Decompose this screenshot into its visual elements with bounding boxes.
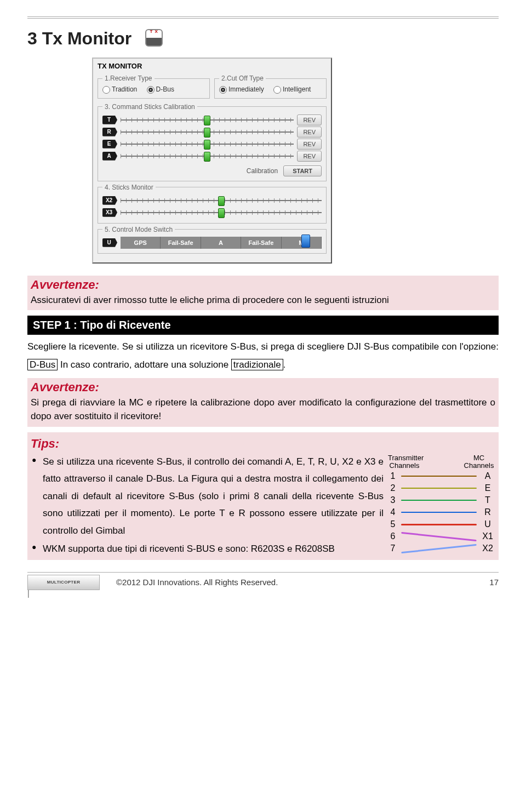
panel-title: TX MONITOR: [98, 62, 327, 70]
mode-switch-row: U GPS Fail-Safe A Fail-Safe M: [102, 237, 322, 249]
tx-monitor-panel: TX MONITOR 1.Receiver Type Tradition D-B…: [92, 58, 332, 264]
page-number: 17: [489, 577, 499, 587]
slider-x3: X3: [102, 207, 322, 219]
chip-e: E: [102, 140, 117, 148]
tips-title: Tips:: [31, 437, 495, 451]
chip-r: R: [102, 128, 117, 136]
channel-diagram: TransmitterChannels MCChannels 1234567AE…: [388, 453, 495, 554]
rev-button-a[interactable]: REV: [297, 151, 322, 162]
slider-r: R REV: [102, 126, 322, 138]
slider-track[interactable]: [121, 116, 294, 124]
cutoff-type-legend: 2.Cut Off Type: [219, 75, 266, 82]
list-item: WKM supporta due tipi di riceventi S-BUS…: [31, 540, 384, 557]
mode-track[interactable]: GPS Fail-Safe A Fail-Safe M: [121, 237, 322, 249]
sticks-monitor-group: 4. Sticks Monitor X2 X3: [98, 184, 327, 224]
chip-t: T: [102, 116, 117, 124]
boxed-dbus: D-Bus: [27, 359, 58, 370]
step-bar: STEP 1 : Tipo di Ricevente: [27, 316, 499, 335]
page-title: 3 Tx Monitor: [27, 28, 499, 49]
rev-button-e[interactable]: REV: [297, 139, 322, 150]
warning-body-2: Si prega di riavviare la MC e ripetere l…: [31, 396, 495, 424]
diagram-head-left: TransmitterChannels: [388, 454, 421, 470]
list-item: Se si utilizza una ricevente S-Bus, il c…: [31, 453, 384, 539]
mode-a: A: [201, 237, 241, 249]
boxed-tradizionale: tradizionale: [231, 359, 283, 370]
sticks-monitor-legend: 4. Sticks Monitor: [102, 184, 156, 191]
tips-box: Tips: Se si utilizza una ricevente S-Bus…: [27, 432, 499, 560]
page-footer: MULTICOPTER ©2012 DJI Innovations. All R…: [27, 572, 499, 590]
warning-box-2: Avvertenze: Si prega di riavviare la MC …: [27, 378, 499, 427]
heading-text: 3 Tx Monitor: [27, 28, 132, 48]
receiver-dbus-radio[interactable]: D-Bus: [147, 85, 174, 93]
cutoff-type-group: 2.Cut Off Type Immediately Intelligent: [214, 75, 327, 99]
mode-gps: GPS: [121, 237, 161, 249]
warning-title-2: Avvertenze:: [31, 380, 495, 394]
tx-monitor-icon: [145, 29, 163, 47]
cutoff-immediately-radio[interactable]: Immediately: [219, 85, 264, 93]
copyright: ©2012 DJI Innovations. All Rights Reserv…: [116, 577, 278, 587]
receiver-type-legend: 1.Receiver Type: [102, 75, 155, 82]
start-button[interactable]: START: [283, 165, 322, 176]
rev-button-r[interactable]: REV: [297, 127, 322, 138]
chip-u: U: [102, 238, 117, 247]
footer-pipe: |: [27, 589, 499, 598]
chip-x3: X3: [102, 208, 117, 217]
chip-a: A: [102, 152, 117, 161]
chip-x2: X2: [102, 196, 117, 205]
control-mode-legend: 5. Control Mode Switch: [102, 226, 175, 233]
command-sticks-legend: 3. Command Sticks Calibration: [102, 103, 197, 111]
rev-button-t[interactable]: REV: [297, 115, 322, 125]
calibration-label: Calibration: [247, 167, 278, 175]
command-sticks-group: 3. Command Sticks Calibration T REV R RE…: [98, 103, 327, 181]
top-rule: [27, 16, 499, 19]
slider-t: T REV: [102, 114, 322, 126]
receiver-type-group: 1.Receiver Type Tradition D-Bus: [98, 75, 210, 99]
cutoff-intelligent-radio[interactable]: Intelligent: [273, 85, 311, 93]
warning-body: Assicuratevi di aver rimosso tutte le el…: [31, 293, 495, 307]
tips-list: Se si utilizza una ricevente S-Bus, il c…: [31, 453, 384, 558]
slider-x2: X2: [102, 195, 322, 207]
receiver-tradition-radio[interactable]: Tradition: [102, 85, 137, 93]
diagram-head-right: MCChannels: [462, 454, 495, 470]
slider-track[interactable]: [121, 209, 322, 216]
slider-track[interactable]: [121, 128, 294, 136]
paragraph-1: Scegliere la ricevente. Se si utilizza u…: [27, 338, 499, 374]
mode-failsafe2: Fail-Safe: [241, 237, 281, 249]
slider-track[interactable]: [121, 152, 294, 160]
warning-box-1: Avvertenze: Assicuratevi di aver rimosso…: [27, 276, 499, 311]
mode-thumb[interactable]: [301, 235, 310, 248]
slider-track[interactable]: [121, 197, 322, 204]
warning-title: Avvertenze:: [31, 278, 495, 292]
mode-failsafe1: Fail-Safe: [161, 237, 201, 249]
slider-e: E REV: [102, 138, 322, 150]
slider-track[interactable]: [121, 140, 294, 148]
slider-a: A REV: [102, 150, 322, 162]
logo-icon: MULTICOPTER: [27, 575, 100, 590]
control-mode-group: 5. Control Mode Switch U GPS Fail-Safe A…: [98, 226, 327, 254]
